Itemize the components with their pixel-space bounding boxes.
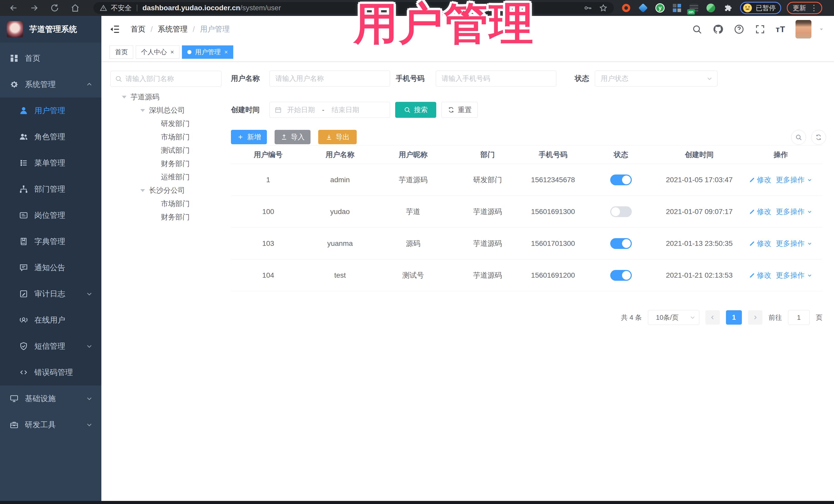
sidebar-item-user[interactable]: 用户管理	[0, 97, 101, 124]
edit-link[interactable]: 修改	[749, 175, 771, 185]
sidebar-item-role[interactable]: 角色管理	[0, 124, 101, 150]
page-size-select[interactable]: 10条/页	[648, 310, 699, 325]
prev-page-button[interactable]	[705, 310, 720, 325]
forward-icon[interactable]	[29, 3, 39, 13]
status-toggle[interactable]	[610, 270, 632, 281]
sidebar-item-system[interactable]: 系统管理	[0, 71, 101, 97]
more-actions-link[interactable]: 更多操作	[776, 270, 813, 280]
date-range-picker[interactable]: 开始日期 - 结束日期	[269, 102, 390, 118]
page-number-button[interactable]: 1	[726, 310, 742, 325]
github-icon[interactable]	[712, 24, 723, 35]
tree-node[interactable]: 研发部门	[110, 117, 231, 130]
reset-button[interactable]: 重置	[441, 102, 478, 118]
column-header[interactable]: 用户名称	[305, 150, 375, 160]
avatar-caret-down-icon[interactable]	[818, 26, 825, 32]
table-refresh-icon[interactable]	[811, 130, 826, 145]
extension-grid-icon[interactable]	[672, 3, 682, 13]
goto-page-input[interactable]	[788, 310, 810, 325]
status-select[interactable]: 用户状态	[595, 70, 718, 86]
status-toggle[interactable]	[610, 175, 632, 185]
more-actions-link[interactable]: 更多操作	[776, 207, 813, 217]
mobile-input[interactable]	[442, 75, 550, 83]
tab-close-icon[interactable]: ×	[224, 48, 228, 56]
column-header[interactable]: 部门	[452, 150, 524, 160]
help-icon[interactable]	[734, 24, 744, 35]
sidebar-item-infra[interactable]: 基础设施	[0, 386, 101, 412]
sidebar-item-audit-log[interactable]: 审计日志	[0, 281, 101, 307]
extensions-puzzle-icon[interactable]	[723, 3, 732, 13]
sidebar-item-home[interactable]: 首页	[0, 45, 101, 71]
start-date-placeholder: 开始日期	[287, 105, 315, 114]
sidebar-item-sms[interactable]: 短信管理	[0, 333, 101, 359]
bookmark-star-icon[interactable]	[599, 4, 608, 12]
tree-expand-caret-icon[interactable]	[140, 189, 145, 192]
tab-home[interactable]: 首页	[110, 45, 133, 59]
column-header[interactable]: 用户编号	[231, 150, 305, 160]
search-button[interactable]: 搜索	[395, 102, 436, 118]
tree-expand-caret-icon[interactable]	[140, 109, 145, 112]
app-logo[interactable]: 芋道管理系统	[0, 16, 101, 43]
extension-y-icon[interactable]: y	[655, 3, 665, 13]
sidebar-item-online-user[interactable]: 在线用户	[0, 307, 101, 333]
tree-expand-caret-icon[interactable]	[122, 96, 127, 98]
more-actions-link[interactable]: 更多操作	[776, 175, 813, 185]
app-title: 芋道管理系统	[29, 24, 77, 35]
tree-node[interactable]: 市场部门	[110, 130, 231, 144]
reload-icon[interactable]	[50, 3, 60, 13]
address-bar[interactable]: 不安全 dashboard.yudao.iocoder.cn/system/us…	[93, 2, 614, 14]
tree-node[interactable]: 深圳总公司	[110, 104, 231, 117]
tree-node[interactable]: 财务部门	[110, 211, 231, 224]
tree-node[interactable]: 财务部门	[110, 157, 231, 170]
breadcrumb-item[interactable]: 首页	[131, 24, 146, 35]
sidebar-item-dict[interactable]: 字典管理	[0, 228, 101, 255]
column-header[interactable]: 手机号码	[524, 150, 583, 160]
browser-update-button[interactable]: 更新 ⋮	[787, 2, 822, 14]
column-header[interactable]: 用户昵称	[375, 150, 452, 160]
edit-link[interactable]: 修改	[749, 207, 771, 217]
tree-node[interactable]: 测试部门	[110, 144, 231, 157]
sidebar-item-post[interactable]: 岗位管理	[0, 202, 101, 228]
export-button[interactable]: 导出	[318, 130, 357, 144]
tab-profile[interactable]: 个人中心×	[136, 45, 179, 59]
extension-gem-icon[interactable]	[638, 3, 648, 13]
password-key-icon[interactable]	[584, 4, 592, 12]
user-avatar[interactable]	[795, 20, 811, 39]
browser-profile-chip[interactable]: 已暂停	[740, 2, 781, 14]
tree-node[interactable]: 长沙分公司	[110, 184, 231, 197]
dept-search-input[interactable]	[126, 75, 217, 83]
column-header[interactable]: 操作	[739, 150, 822, 160]
search-icon[interactable]	[692, 24, 702, 35]
status-toggle[interactable]	[610, 238, 632, 249]
tab-close-icon[interactable]: ×	[170, 48, 174, 56]
browser-menu-kebab-icon[interactable]: ⋮	[810, 4, 818, 12]
home-icon[interactable]	[70, 3, 80, 13]
username-input[interactable]	[275, 75, 384, 83]
tab-user[interactable]: 用户管理×	[182, 45, 233, 59]
column-header[interactable]: 状态	[583, 150, 659, 160]
import-button[interactable]: 导入	[275, 130, 310, 144]
status-toggle[interactable]	[610, 206, 632, 217]
sidebar-item-dev-tools[interactable]: 研发工具	[0, 412, 101, 438]
table-search-toggle-icon[interactable]	[791, 130, 806, 145]
sidebar-fold-icon[interactable]	[110, 24, 120, 35]
sidebar-item-dept[interactable]: 部门管理	[0, 176, 101, 202]
fullscreen-icon[interactable]	[755, 24, 766, 35]
column-header[interactable]: 创建时间	[659, 150, 739, 160]
sidebar-item-menu[interactable]: 菜单管理	[0, 150, 101, 176]
tree-node[interactable]: 芋道源码	[110, 90, 231, 104]
add-button[interactable]: 新增	[231, 130, 267, 144]
back-icon[interactable]	[9, 3, 19, 13]
extension-switch-icon[interactable]: on	[689, 3, 699, 13]
font-size-icon[interactable]: тT	[776, 25, 785, 34]
sidebar-item-error-code[interactable]: 错误码管理	[0, 359, 101, 386]
next-page-button[interactable]	[748, 310, 762, 325]
edit-link[interactable]: 修改	[749, 239, 771, 248]
tree-node[interactable]: 运维部门	[110, 170, 231, 184]
sidebar-item-notice[interactable]: 通知公告	[0, 255, 101, 281]
extension-ubuntu-icon[interactable]	[621, 3, 631, 13]
edit-link[interactable]: 修改	[749, 270, 771, 280]
tree-node[interactable]: 市场部门	[110, 197, 231, 211]
breadcrumb-item[interactable]: 系统管理	[158, 24, 188, 35]
extension-spray-icon[interactable]	[706, 3, 716, 13]
more-actions-link[interactable]: 更多操作	[776, 239, 813, 248]
